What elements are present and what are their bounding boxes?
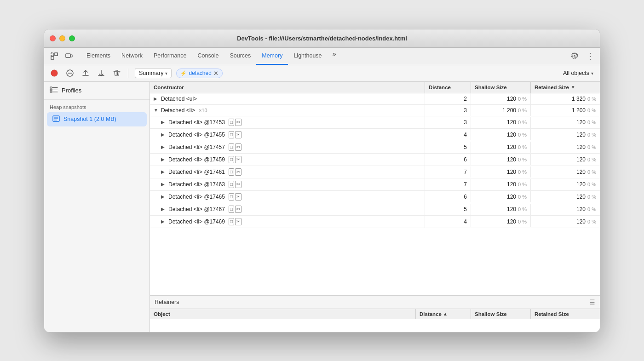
cut-icon[interactable]: ✂ <box>235 156 242 163</box>
clear-button[interactable] <box>63 67 76 80</box>
svg-rect-9 <box>50 89 52 91</box>
maximize-button[interactable] <box>69 35 75 41</box>
snapshot-icon <box>52 115 60 124</box>
store-icon[interactable]: □ <box>229 131 234 138</box>
retainers-menu-icon[interactable]: ☰ <box>589 298 595 306</box>
memory-toolbar: Summary ▾ ⚡ detached ✕ All objects ▾ <box>44 65 600 82</box>
store-icon[interactable]: □ <box>229 218 234 225</box>
cut-icon[interactable]: ✂ <box>235 206 242 213</box>
constructor-cell: ▶ Detached <li> @17465 □ ✂ <box>150 191 425 203</box>
header-distance[interactable]: Distance <box>425 82 471 93</box>
tab-bar: Elements Network Performance Console Sou… <box>44 48 600 65</box>
table-row[interactable]: ▶ Detached <li> @17465 □ ✂ 6 1200 % 1200… <box>150 191 600 203</box>
summary-dropdown[interactable]: Summary ▾ <box>135 68 172 78</box>
more-tabs-button[interactable]: » <box>328 48 340 60</box>
cut-icon[interactable]: ✂ <box>235 193 242 201</box>
expand-arrow[interactable]: ▶ <box>161 157 167 162</box>
table-row[interactable]: ▼ Detached <li> ×10 3 1 200 0 % <box>150 105 600 116</box>
cut-icon[interactable]: ✂ <box>235 131 242 138</box>
constructor-cell: ▶ Detached <li> @17455 □ ✂ <box>150 129 425 141</box>
filter-close-button[interactable]: ✕ <box>213 70 218 77</box>
cut-icon[interactable]: ✂ <box>235 218 242 225</box>
minimize-button[interactable] <box>59 35 65 41</box>
expand-arrow[interactable]: ▶ <box>161 194 167 199</box>
devtools-window: DevTools - file:///Users/stmarthe/detach… <box>44 29 600 332</box>
store-icon[interactable]: □ <box>229 119 234 126</box>
header-retained-size[interactable]: Retained Size ▼ <box>531 82 600 93</box>
expand-arrow[interactable]: ▶ <box>161 144 167 149</box>
retainers-header-shallow-size[interactable]: Shallow Size <box>471 309 531 319</box>
node-icons: □ ✂ <box>229 119 242 126</box>
node-icons: □ ✂ <box>229 181 242 188</box>
objects-dropdown[interactable]: All objects ▾ <box>560 69 596 78</box>
table-row[interactable]: ▶ Detached <li> @17457 □ ✂ 5 1200 % 1200… <box>150 141 600 154</box>
store-icon[interactable]: □ <box>229 206 234 213</box>
header-shallow-size[interactable]: Shallow Size <box>471 82 531 93</box>
expand-arrow[interactable]: ▶ <box>154 96 159 101</box>
retained-size-cell: 1 320 0 % <box>531 93 600 104</box>
cut-icon[interactable]: ✂ <box>235 181 242 188</box>
upload-button[interactable] <box>79 67 92 80</box>
table-row[interactable]: ▶ Detached <li> @17453 □ ✂ 3 1200 % 1200… <box>150 116 600 129</box>
store-icon[interactable]: □ <box>229 193 234 201</box>
table-row[interactable]: ▶ Detached <li> @17467 □ ✂ 5 1200 % 1200… <box>150 203 600 216</box>
store-icon[interactable]: □ <box>229 168 234 176</box>
table-row[interactable]: ▶ Detached <li> @17469 □ ✂ 4 1200 % 1200… <box>150 216 600 228</box>
table-row[interactable]: ▶ Detached <ul> 2 120 0 % <box>150 93 600 105</box>
expand-arrow[interactable]: ▶ <box>161 120 167 125</box>
cut-icon[interactable]: ✂ <box>235 168 242 176</box>
node-icons: □ ✂ <box>229 156 242 163</box>
tab-memory[interactable]: Memory <box>256 48 288 65</box>
table-row[interactable]: ▶ Detached <li> @17459 □ ✂ 6 1200 % 1200… <box>150 154 600 166</box>
tab-performance[interactable]: Performance <box>148 48 192 65</box>
retainers-header: Retainers ☰ <box>150 296 600 309</box>
tab-network[interactable]: Network <box>116 48 148 65</box>
expand-arrow[interactable]: ▶ <box>161 169 167 174</box>
cleanup-button[interactable] <box>110 67 123 80</box>
summary-label: Summary <box>139 70 163 76</box>
expand-arrow[interactable]: ▼ <box>154 108 159 113</box>
retainers-header-retained-size[interactable]: Retained Size <box>531 309 600 319</box>
constructor-cell: ▶ Detached <li> @17459 □ ✂ <box>150 154 425 166</box>
tab-lighthouse[interactable]: Lighthouse <box>288 48 327 65</box>
cut-icon[interactable]: ✂ <box>235 119 242 126</box>
main-layout: Profiles Heap snapshots Snapshot 1 (2.0 … <box>44 82 600 332</box>
close-button[interactable] <box>50 35 56 41</box>
shallow-size-cell: 1 200 0 % <box>471 105 531 116</box>
retainers-header-distance[interactable]: Distance ▲ <box>416 309 471 319</box>
inspect-element-icon[interactable] <box>48 50 61 63</box>
table-row[interactable]: ▶ Detached <li> @17461 □ ✂ 7 1200 % 1200… <box>150 166 600 178</box>
settings-icon[interactable] <box>569 50 581 62</box>
node-icons: □ ✂ <box>229 218 242 225</box>
store-icon[interactable]: □ <box>229 156 234 163</box>
tab-elements[interactable]: Elements <box>81 48 116 65</box>
kebab-menu-icon[interactable]: ⋮ <box>584 50 596 62</box>
device-toolbar-icon[interactable] <box>63 50 75 63</box>
title-bar: DevTools - file:///Users/stmarthe/detach… <box>44 29 600 48</box>
node-icons: □ ✂ <box>229 193 242 201</box>
svg-rect-2 <box>51 57 54 59</box>
tab-console[interactable]: Console <box>192 48 224 65</box>
store-icon[interactable]: □ <box>229 181 234 188</box>
expand-arrow[interactable]: ▶ <box>161 132 167 137</box>
svg-rect-1 <box>55 53 58 56</box>
constructor-cell: ▶ Detached <li> @17453 □ ✂ <box>150 116 425 128</box>
download-button[interactable] <box>95 67 108 80</box>
sidebar-item-snapshot1[interactable]: Snapshot 1 (2.0 MB) <box>47 112 147 126</box>
retainers-section: Retainers ☰ Object Distance ▲ Shallow Si… <box>150 295 600 332</box>
expand-arrow[interactable]: ▶ <box>161 219 167 224</box>
svg-rect-10 <box>50 92 52 92</box>
constructor-cell: ▼ Detached <li> ×10 <box>150 105 425 116</box>
expand-arrow[interactable]: ▶ <box>161 206 167 212</box>
table-row[interactable]: ▶ Detached <li> @17455 □ ✂ 4 1200 % 1200… <box>150 129 600 141</box>
record-button[interactable] <box>48 67 61 80</box>
objects-dropdown-arrow: ▾ <box>591 71 593 76</box>
table-row[interactable]: ▶ Detached <li> @17463 □ ✂ 7 1200 % 1200… <box>150 178 600 191</box>
expand-arrow[interactable]: ▶ <box>161 182 167 187</box>
store-icon[interactable]: □ <box>229 143 234 151</box>
svg-rect-8 <box>50 87 52 88</box>
tab-sources[interactable]: Sources <box>224 48 256 65</box>
cut-icon[interactable]: ✂ <box>235 143 242 151</box>
sidebar-section-label: Heap snapshots <box>44 100 150 112</box>
constructor-cell: ▶ Detached <li> @17463 □ ✂ <box>150 178 425 190</box>
